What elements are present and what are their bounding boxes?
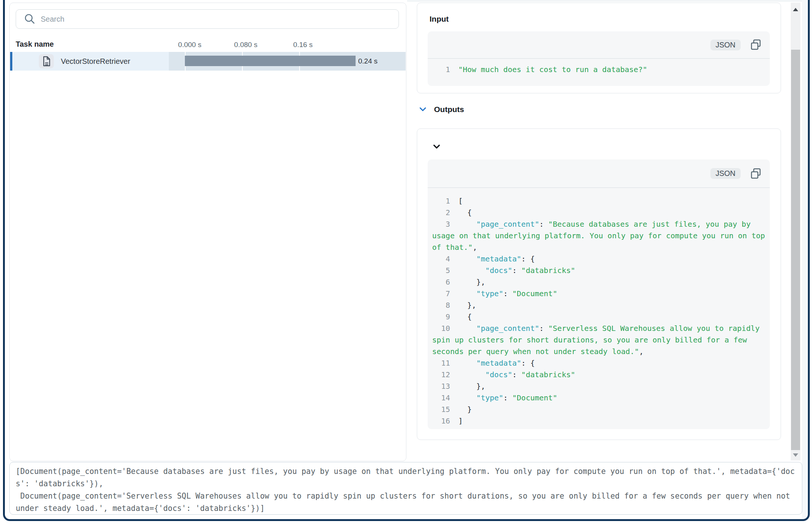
code-line: 7 "type": "Document" <box>432 288 770 300</box>
copy-button[interactable] <box>750 39 762 50</box>
code-line: 10 "page_content": "Serverless SQL Wareh… <box>432 323 770 357</box>
collapse-chevron-icon[interactable] <box>433 144 441 150</box>
code-line: 14 "type": "Document" <box>432 392 770 404</box>
document-icon <box>42 56 51 66</box>
outputs-section-toggle[interactable]: Outputs <box>419 105 464 114</box>
code-line: 8 }, <box>432 300 770 311</box>
code-line: 13 }, <box>432 381 770 392</box>
span-duration-bar <box>185 56 356 66</box>
scrollbar-down-arrow[interactable] <box>793 453 798 457</box>
copy-button[interactable] <box>750 168 762 179</box>
span-duration-label: 0.24 s <box>358 52 378 71</box>
raw-output-panel: [Document(page_content='Because database… <box>9 462 802 515</box>
search-box[interactable] <box>16 9 399 29</box>
copy-icon <box>750 39 762 50</box>
code-line: 1[ <box>432 195 770 207</box>
scrollbar-thumb[interactable] <box>791 50 800 450</box>
outputs-section-title: Outputs <box>434 105 464 114</box>
code-line: 12 "docs": "databricks" <box>432 369 770 381</box>
code-block-header: JSON <box>428 31 770 58</box>
scroll-cut-band <box>407 0 802 2</box>
outputs-code-lines: 1[2 {3 "page_content": "Because database… <box>428 188 770 427</box>
input-json-viewer: JSON 1"How much does it cost to run a da… <box>428 31 770 86</box>
code-line: 2 { <box>432 207 770 218</box>
time-tick-0: 0.000 s <box>178 41 201 49</box>
span-type-icon-box <box>39 54 54 68</box>
search-input[interactable] <box>40 15 399 24</box>
time-tick-1: 0.080 s <box>234 41 257 49</box>
input-section-title: Input <box>430 15 449 24</box>
outputs-section-card: JSON 1[2 {3 "page_content": "Because dat… <box>417 128 781 440</box>
outputs-json-viewer: JSON 1[2 {3 "page_content": "Because dat… <box>428 159 770 429</box>
input-code-lines: 1"How much does it cost to run a databas… <box>428 59 770 75</box>
json-format-badge[interactable]: JSON <box>710 40 741 50</box>
code-line: 4 "metadata": { <box>432 253 770 265</box>
trace-viewer: Task name 0.000 s 0.080 s 0.16 s VectorS… <box>0 0 812 524</box>
code-line: 1"How much does it cost to run a databas… <box>432 64 770 75</box>
code-block-header: JSON <box>428 159 770 187</box>
code-line: 6 }, <box>432 276 770 288</box>
raw-output-text: [Document(page_content='Because database… <box>16 465 796 515</box>
code-line: 5 "docs": "databricks" <box>432 265 770 276</box>
copy-icon <box>750 168 762 179</box>
input-section-card: Input JSON 1"How much does it cost to ru… <box>417 3 781 93</box>
span-row-vectorstoreretriever[interactable]: VectorStoreRetriever 0.24 s <box>10 52 406 71</box>
panel-edge-strip <box>802 0 808 519</box>
scrollbar-up-arrow[interactable] <box>793 8 798 11</box>
task-name-column-header: Task name <box>16 40 54 49</box>
time-tick-2: 0.16 s <box>293 41 313 49</box>
span-timeline-panel: Task name 0.000 s 0.080 s 0.16 s VectorS… <box>9 3 406 461</box>
code-line: 3 "page_content": "Because databases are… <box>432 218 770 253</box>
code-line: 9 { <box>432 311 770 323</box>
code-line: 15 } <box>432 404 770 415</box>
span-name: VectorStoreRetriever <box>61 52 130 71</box>
search-icon <box>24 13 35 25</box>
code-line: 11 "metadata": { <box>432 357 770 369</box>
selected-row-accent <box>10 52 12 71</box>
chevron-down-icon <box>419 107 427 112</box>
vertical-scrollbar[interactable] <box>791 3 800 461</box>
code-line: 16] <box>432 415 770 427</box>
json-format-badge[interactable]: JSON <box>710 168 741 179</box>
